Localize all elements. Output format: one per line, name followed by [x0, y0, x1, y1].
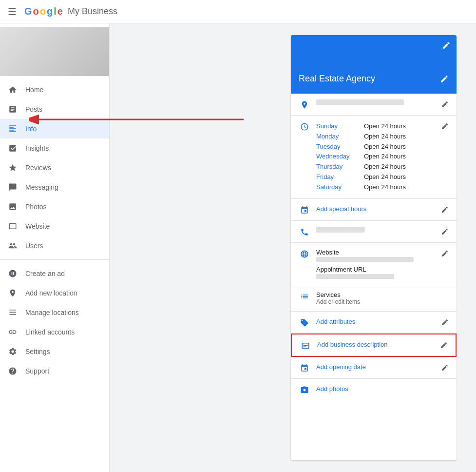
- users-icon: [8, 241, 18, 251]
- business-description-section[interactable]: Add business description: [291, 334, 457, 357]
- sidebar-item-photos[interactable]: Photos: [0, 197, 109, 216]
- hours-day: Thursday: [316, 162, 360, 172]
- sidebar-label-info: Info: [25, 125, 37, 133]
- appointment-url-label: Appointment URL: [316, 266, 435, 273]
- business-type-title: Real Estate Agency: [299, 74, 449, 84]
- info-header: Real Estate Agency: [291, 35, 457, 94]
- sidebar-label-manage-locations: Manage locations: [25, 309, 79, 316]
- sidebar-item-insights[interactable]: Insights: [0, 138, 109, 158]
- sidebar-profile: [0, 27, 109, 76]
- hours-day: Tuesday: [316, 142, 360, 152]
- calendar-special-icon: [299, 205, 310, 215]
- hours-row: ThursdayOpen 24 hours: [316, 162, 435, 172]
- services-section: Services Add or edit items: [291, 285, 457, 312]
- hours-value: Open 24 hours: [364, 132, 406, 142]
- hours-day: Wednesday: [316, 152, 360, 162]
- description-label[interactable]: Add business description: [317, 341, 388, 348]
- hours-value: Open 24 hours: [364, 152, 406, 162]
- attributes-content[interactable]: Add attributes: [316, 317, 435, 325]
- hours-row: MondayOpen 24 hours: [316, 132, 435, 142]
- sidebar-item-create-ad[interactable]: Create an ad: [0, 264, 109, 283]
- website-edit-button[interactable]: [441, 249, 449, 257]
- layout: Home Posts Info Insights Reviews: [0, 23, 476, 472]
- sidebar-item-settings[interactable]: Settings: [0, 342, 109, 361]
- address-placeholder-bar: [316, 99, 404, 105]
- support-icon: [8, 366, 18, 376]
- phone-section: [291, 221, 457, 243]
- attributes-section: Add attributes: [291, 312, 457, 334]
- sidebar-item-messaging[interactable]: Messaging: [0, 177, 109, 197]
- services-content: Services Add or edit items: [316, 291, 449, 305]
- manage-locations-icon: [8, 308, 18, 317]
- description-content[interactable]: Add business description: [317, 340, 434, 348]
- special-hours-label[interactable]: Add special hours: [316, 205, 366, 213]
- sidebar-label-home: Home: [25, 86, 43, 94]
- opening-date-label[interactable]: Add opening date: [316, 363, 366, 371]
- sidebar-label-photos: Photos: [25, 203, 47, 211]
- hours-row: FridayOpen 24 hours: [316, 172, 435, 182]
- sidebar-item-posts[interactable]: Posts: [0, 99, 109, 119]
- insights-icon: [8, 143, 18, 153]
- sidebar-item-reviews[interactable]: Reviews: [0, 158, 109, 177]
- tag-icon: [299, 317, 310, 327]
- sidebar-label-reviews: Reviews: [25, 164, 51, 172]
- sidebar-label-create-ad: Create an ad: [25, 270, 65, 277]
- sidebar-item-linked-accounts[interactable]: Linked accounts: [0, 322, 109, 342]
- opening-date-content[interactable]: Add opening date: [316, 363, 435, 371]
- sidebar: Home Posts Info Insights Reviews: [0, 23, 110, 472]
- website-content: Website Appointment URL: [316, 249, 435, 279]
- attributes-edit-button[interactable]: [441, 317, 449, 326]
- sidebar-item-website[interactable]: Website: [0, 216, 109, 236]
- services-title: Services: [316, 291, 449, 298]
- sidebar-label-posts: Posts: [25, 105, 42, 113]
- photos-content[interactable]: Add photos: [316, 385, 449, 393]
- hours-row: WednesdayOpen 24 hours: [316, 152, 435, 162]
- create-ad-icon: [8, 269, 18, 278]
- sidebar-label-users: Users: [25, 242, 43, 250]
- sidebar-item-home[interactable]: Home: [0, 80, 109, 99]
- add-photos-label[interactable]: Add photos: [316, 385, 348, 393]
- hours-edit-button[interactable]: [441, 121, 449, 130]
- photos-icon: [8, 202, 18, 212]
- attributes-label[interactable]: Add attributes: [316, 318, 355, 325]
- sidebar-item-info[interactable]: Info: [0, 119, 109, 138]
- phone-edit-button[interactable]: [441, 227, 449, 236]
- address-content: [316, 99, 435, 107]
- settings-icon: [8, 347, 18, 356]
- opening-date-edit-button[interactable]: [441, 363, 449, 372]
- address-edit-button[interactable]: [441, 99, 449, 108]
- posts-icon: [8, 104, 18, 114]
- business-type-edit-button[interactable]: [440, 75, 449, 83]
- description-edit-button[interactable]: [440, 340, 448, 349]
- services-subtitle: Add or edit items: [316, 298, 449, 305]
- website-icon: [8, 221, 18, 231]
- photos-section: Add photos: [291, 379, 457, 400]
- sidebar-label-linked-accounts: Linked accounts: [25, 328, 75, 336]
- sidebar-label-messaging: Messaging: [25, 183, 58, 191]
- hours-row: TuesdayOpen 24 hours: [316, 142, 435, 152]
- hours-value: Open 24 hours: [364, 182, 406, 193]
- sidebar-item-manage-locations[interactable]: Manage locations: [0, 303, 109, 322]
- sidebar-item-add-location[interactable]: Add new location: [0, 283, 109, 303]
- camera-icon: [299, 385, 310, 394]
- appointment-url-bar: [316, 274, 394, 279]
- hours-day: Sunday: [316, 121, 360, 132]
- main-content: Real Estate Agency: [110, 23, 476, 472]
- hours-value: Open 24 hours: [364, 172, 406, 182]
- sidebar-item-users[interactable]: Users: [0, 236, 109, 256]
- opening-date-section: Add opening date: [291, 357, 457, 379]
- phone-icon: [299, 227, 310, 236]
- hours-content: SundayOpen 24 hoursMondayOpen 24 hoursTu…: [316, 121, 435, 193]
- hours-value: Open 24 hours: [364, 162, 406, 172]
- menu-icon[interactable]: ☰: [8, 6, 17, 18]
- sidebar-item-support[interactable]: Support: [0, 361, 109, 381]
- hours-value: Open 24 hours: [364, 142, 406, 152]
- header-top-edit-button[interactable]: [442, 41, 451, 50]
- special-hours-edit-button[interactable]: [441, 205, 449, 214]
- hours-row: SaturdayOpen 24 hours: [316, 182, 435, 193]
- clock-icon: [299, 121, 310, 131]
- google-logo: G o o g l e: [24, 6, 63, 17]
- special-hours-content[interactable]: Add special hours: [316, 205, 435, 213]
- sidebar-label-support: Support: [25, 367, 49, 375]
- reviews-icon: [8, 163, 18, 173]
